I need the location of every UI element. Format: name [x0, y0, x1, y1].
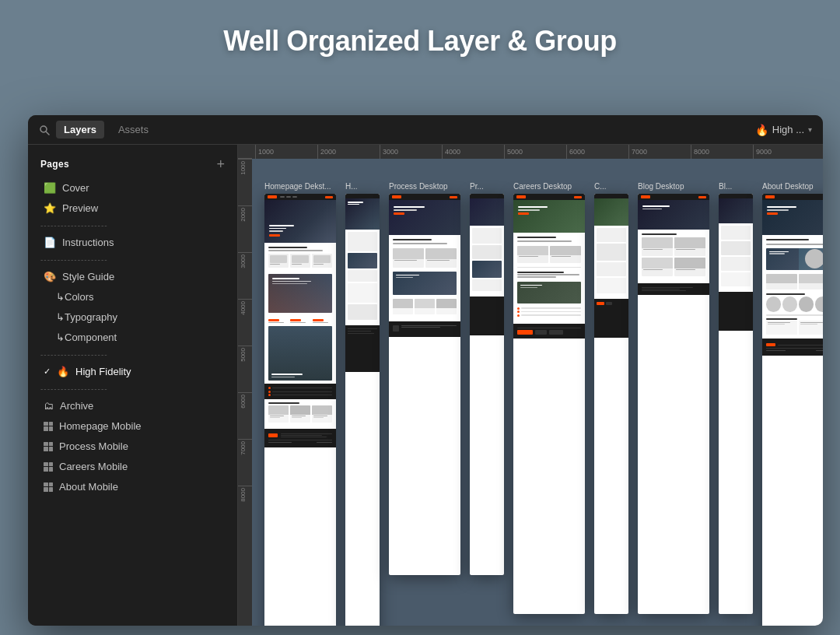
ruler-tick: 7000	[628, 145, 691, 159]
page-title: Well Organized Layer & Group	[0, 25, 840, 58]
file-name: High ...	[772, 124, 804, 135]
archive-icon: 🗂	[44, 400, 54, 412]
frame-label: Blog Desktop	[638, 182, 709, 191]
ruler-tick: 1000	[255, 145, 317, 159]
frame-label: Process Desktop	[389, 182, 460, 191]
app-body: Pages + 🟩 Cover ⭐ Preview --------------…	[28, 145, 823, 626]
frame-group-h: H...	[345, 182, 380, 626]
ruler-tick: 4000	[442, 145, 504, 159]
sidebar-item-typography[interactable]: ↳Typography	[31, 307, 234, 327]
layers-tab[interactable]: Layers	[56, 121, 104, 139]
preview-icon: ⭐	[44, 202, 56, 214]
ruler-tick: 2000	[317, 145, 380, 159]
checkmark-icon: ✓	[44, 367, 51, 377]
sidebar-item-label: Style Guide	[62, 271, 114, 282]
frame-blog-desktop[interactable]	[638, 194, 709, 614]
file-badge: 🔥 High ... ▾	[755, 124, 812, 136]
canvas-inner: Homepage Dekst...	[252, 159, 823, 626]
frame-label: Homepage Dekst...	[264, 182, 336, 191]
sidebar-item-high-fidelity[interactable]: ✓ 🔥 High Fidelity	[31, 362, 234, 381]
frame-about-desktop[interactable]	[762, 194, 823, 626]
sidebar-item-label: About Mobile	[59, 481, 118, 493]
sidebar-item-careers-mobile[interactable]: Careers Mobile	[31, 457, 234, 476]
assets-tab[interactable]: Assets	[110, 121, 156, 139]
sidebar-item-style-guide[interactable]: 🎨 Style Guide	[31, 267, 234, 286]
page-header: Well Organized Layer & Group	[0, 0, 840, 76]
frame-group-about-desktop: About Desktop	[762, 182, 823, 626]
sidebar-divider-4: --------------------	[28, 382, 237, 395]
ruler-tick: 6000	[566, 145, 628, 159]
toolbar: Layers Assets 🔥 High ... ▾	[28, 115, 823, 145]
sidebar-item-colors[interactable]: ↳Colors	[31, 287, 234, 307]
sidebar-item-label: ↳Typography	[56, 311, 117, 323]
instructions-icon: 📄	[44, 237, 56, 248]
frame-label: Careers Desktop	[513, 182, 585, 191]
frame-label: Bl...	[719, 182, 753, 191]
frame-label: About Desktop	[762, 182, 823, 191]
frame-c-variant[interactable]	[594, 194, 628, 614]
sidebar-item-component[interactable]: ↳Component	[31, 328, 234, 347]
frame-label: Pr...	[470, 182, 504, 191]
ruler-left: 1000 2000 3000 4000 5000 6000 70	[238, 145, 252, 626]
sidebar-item-label: Homepage Mobile	[59, 420, 142, 432]
sidebar-pages-header: Pages +	[28, 153, 237, 177]
canvas-area: 1000 2000 3000 4000 5000 6000 7000 8000 …	[238, 145, 823, 626]
frame-h-variant[interactable]	[345, 194, 380, 626]
sidebar-divider-1: --------------------	[28, 219, 237, 232]
grid-icon	[44, 422, 53, 431]
frame-homepage-desktop[interactable]	[264, 194, 336, 626]
sidebar-item-label: ↳Component	[56, 332, 117, 343]
sidebar-item-label: Careers Mobile	[59, 461, 128, 472]
ruler-tick: 9000	[753, 145, 815, 159]
sidebar-item-about-mobile[interactable]: About Mobile	[31, 477, 234, 496]
frame-group-homepage-desktop: Homepage Dekst...	[264, 182, 336, 626]
frame-group-c: C...	[594, 182, 628, 614]
sidebar-item-process-mobile[interactable]: Process Mobile	[31, 437, 234, 456]
sidebar-item-label: Archive	[60, 400, 93, 412]
high-fidelity-icon: 🔥	[57, 366, 69, 377]
frame-group-process-desktop: Process Desktop	[389, 182, 460, 575]
sidebar-item-label: Process Mobile	[59, 440, 128, 452]
cover-icon: 🟩	[44, 182, 56, 194]
style-guide-icon: 🎨	[44, 271, 56, 282]
sidebar-item-label: Instructions	[62, 237, 114, 248]
frame-label: C...	[594, 182, 628, 191]
sidebar-item-label: Cover	[62, 182, 89, 194]
sidebar-item-preview[interactable]: ⭐ Preview	[31, 198, 234, 218]
frames-container: Homepage Dekst...	[252, 159, 823, 626]
frame-group-careers-desktop: Careers Desktop	[513, 182, 585, 614]
sidebar-item-homepage-mobile[interactable]: Homepage Mobile	[31, 416, 234, 436]
frame-pr-variant[interactable]	[470, 194, 504, 575]
fire-icon: 🔥	[755, 124, 768, 136]
sidebar-item-label: High Fidelity	[75, 366, 131, 377]
frame-careers-desktop[interactable]	[513, 194, 585, 614]
sidebar-item-cover[interactable]: 🟩 Cover	[31, 178, 234, 198]
sidebar: Pages + 🟩 Cover ⭐ Preview --------------…	[28, 145, 238, 626]
grid-icon	[44, 442, 53, 451]
sidebar-item-archive[interactable]: 🗂 Archive	[31, 396, 234, 416]
frame-bl-variant[interactable]	[719, 194, 753, 614]
sidebar-divider-3: --------------------	[28, 348, 237, 361]
frame-group-blog-desktop: Blog Desktop	[638, 182, 709, 614]
add-page-button[interactable]: +	[216, 157, 225, 171]
frame-process-desktop[interactable]	[389, 194, 460, 575]
search-icon[interactable]	[39, 125, 50, 135]
sidebar-item-instructions[interactable]: 📄 Instructions	[31, 233, 234, 252]
chevron-down-icon[interactable]: ▾	[808, 125, 812, 134]
sidebar-item-label: Preview	[62, 202, 98, 214]
ruler-top: 1000 2000 3000 4000 5000 6000 7000 8000 …	[252, 145, 823, 159]
svg-point-0	[40, 126, 47, 132]
sidebar-divider-2: --------------------	[28, 253, 237, 266]
svg-line-1	[47, 132, 50, 135]
ruler-tick: 5000	[504, 145, 566, 159]
grid-icon	[44, 462, 53, 472]
ruler-tick: 8000	[691, 145, 753, 159]
grid-icon	[44, 482, 53, 492]
pages-label: Pages	[40, 159, 69, 170]
app-window: Layers Assets 🔥 High ... ▾ Pages + 🟩 Cov…	[28, 115, 823, 626]
ruler-tick: 3000	[380, 145, 442, 159]
frame-group-bl: Bl...	[719, 182, 753, 614]
frame-label: H...	[345, 182, 380, 191]
frame-group-pr: Pr...	[470, 182, 504, 575]
sidebar-item-label: ↳Colors	[56, 291, 94, 303]
